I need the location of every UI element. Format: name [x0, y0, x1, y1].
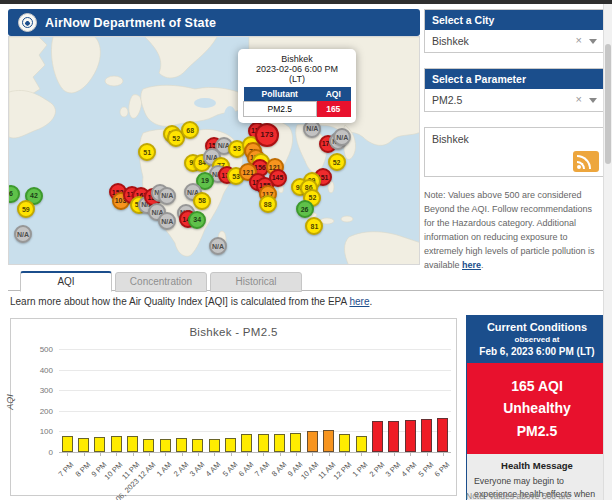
tooltip-pollutant-value: PM2.5: [244, 102, 317, 117]
parameter-select[interactable]: PM2.5 ×: [425, 89, 604, 111]
aqi-value: 165 AQI: [469, 375, 605, 397]
bar-2-pm[interactable]: [372, 421, 383, 452]
city-select-box: Select a City Bishkek ×: [424, 9, 605, 53]
bar-10-am[interactable]: [307, 431, 318, 452]
chart-title: Bishkek - PM2.5: [11, 326, 456, 338]
tab-historical[interactable]: Historical: [210, 272, 302, 292]
observed-at-label: observed at: [470, 335, 604, 344]
aqi-marker[interactable]: 58: [193, 192, 211, 210]
aqi-marker[interactable]: N/A: [158, 212, 176, 230]
parameter-select-label: Select a Parameter: [425, 69, 604, 89]
bar-9-pm[interactable]: [94, 437, 105, 452]
aqi-marker[interactable]: 51: [138, 143, 156, 161]
x-tick: [149, 452, 150, 456]
aqi-category: Unhealthy: [469, 397, 605, 419]
city-caret-down-icon[interactable]: [589, 39, 597, 44]
aqi-marker[interactable]: 34: [188, 211, 206, 229]
bar-4-am[interactable]: [209, 439, 220, 452]
y-tick-label: 0: [11, 448, 53, 457]
x-tick: [378, 452, 379, 456]
parameter-select-value: PM2.5: [432, 94, 462, 106]
aqi-marker[interactable]: 52: [328, 153, 346, 171]
x-tick: [247, 452, 248, 456]
tooltip-table: Pollutant AQI PM2.5 165: [243, 87, 351, 117]
learn-more-line: Learn more about how the Air Quality Ind…: [10, 296, 372, 307]
bar-8-pm[interactable]: [78, 438, 89, 452]
bar-9-am[interactable]: [290, 433, 301, 452]
x-tick: [410, 452, 411, 456]
current-conditions-header: Current Conditions observed at Feb 6, 20…: [467, 316, 607, 363]
x-tick: [165, 452, 166, 456]
tab-bar: AQIConcentrationHistorical: [8, 270, 604, 291]
aqi-marker[interactable]: 81: [305, 217, 323, 235]
app-header: AirNow Department of State: [8, 9, 420, 36]
x-tick: [133, 452, 134, 456]
bar-5-pm[interactable]: [421, 419, 432, 452]
x-tick: [443, 452, 444, 456]
learn-more-text: Learn more about how the Air Quality Ind…: [10, 296, 349, 307]
world-map[interactable]: 64259N/A15310317416156N/A51635268153N/A5…: [8, 36, 420, 265]
bar-4-pm[interactable]: [405, 420, 416, 452]
health-message-title: Health Message: [474, 460, 600, 471]
bar-7-am[interactable]: [258, 434, 269, 452]
bar-1-am[interactable]: [160, 439, 171, 452]
parameter-caret-down-icon[interactable]: [589, 98, 597, 103]
aqi-marker[interactable]: N/A: [158, 187, 176, 205]
bar-11-pm[interactable]: [127, 436, 138, 452]
x-tick: [361, 452, 362, 456]
city-clear-icon[interactable]: ×: [576, 34, 582, 46]
aqi-marker[interactable]: N/A: [209, 237, 227, 255]
bar-5-am[interactable]: [225, 438, 236, 452]
bar-11-am[interactable]: [323, 430, 334, 452]
bar-3-pm[interactable]: [388, 421, 399, 452]
rss-feed-icon[interactable]: [573, 151, 599, 172]
tooltip-datetime: 2023-02-06 6:00 PM: [243, 64, 351, 74]
note-here-link[interactable]: here: [462, 260, 481, 270]
aqi-marker[interactable]: N/A: [14, 225, 32, 243]
city-select[interactable]: Bishkek ×: [425, 30, 604, 52]
aqi-marker[interactable]: 68: [181, 121, 199, 139]
chart-plot-area: 7 PM8 PM9 PM10 PM11 PMFeb 06, 2023 12 AM…: [59, 349, 451, 453]
x-tick: [182, 452, 183, 456]
tab-concentration[interactable]: Concentration: [115, 272, 207, 292]
x-tick: [198, 452, 199, 456]
beyond-aqi-note: Note: Values above 500 are considered Be…: [424, 189, 605, 273]
epa-link[interactable]: here: [349, 296, 369, 307]
aqi-marker[interactable]: 88: [259, 195, 277, 213]
tab-aqi[interactable]: AQI: [20, 271, 112, 292]
tooltip-aqi-value: 165: [316, 102, 350, 117]
sidebar: Select a City Bishkek × Select a Paramet…: [424, 9, 605, 273]
x-tick: [214, 452, 215, 456]
aqi-marker[interactable]: N/A: [333, 128, 351, 146]
y-tick-label: 100: [11, 427, 53, 436]
aqi-marker[interactable]: 173: [255, 123, 279, 147]
bar-6-pm[interactable]: [437, 418, 448, 452]
gridline: [59, 411, 451, 412]
tooltip-col-pollutant: Pollutant: [244, 87, 317, 102]
bar-7-pm[interactable]: [62, 436, 73, 452]
scrollbar-thumb[interactable]: [605, 44, 611, 164]
aqi-marker[interactable]: 26: [296, 200, 314, 218]
x-tick: [263, 452, 264, 456]
y-tick-label: 400: [11, 366, 53, 375]
page-scrollbar[interactable]: [603, 4, 612, 500]
bar-feb-06-2023-12-am[interactable]: [143, 439, 154, 452]
aqi-marker[interactable]: 59: [17, 200, 35, 218]
bar-12-pm[interactable]: [339, 434, 350, 452]
bar-10-pm[interactable]: [111, 436, 122, 452]
current-conditions-title: Current Conditions: [470, 321, 604, 333]
bar-3-am[interactable]: [192, 439, 203, 452]
department-of-state-seal-icon: [18, 13, 37, 32]
gridline: [59, 349, 451, 350]
bar-8-am[interactable]: [274, 434, 285, 452]
gridline: [59, 370, 451, 371]
bar-2-am[interactable]: [176, 438, 187, 452]
bar-6-am[interactable]: [241, 434, 252, 452]
parameter-clear-icon[interactable]: ×: [576, 93, 582, 105]
x-tick: [116, 452, 117, 456]
y-tick-label: 300: [11, 386, 53, 395]
clipped-footer-note: Note: Values above 500 are considered Be…: [466, 491, 608, 500]
bar-1-pm[interactable]: [356, 436, 367, 452]
x-tick: [84, 452, 85, 456]
tooltip-city: Bishkek: [243, 54, 351, 64]
